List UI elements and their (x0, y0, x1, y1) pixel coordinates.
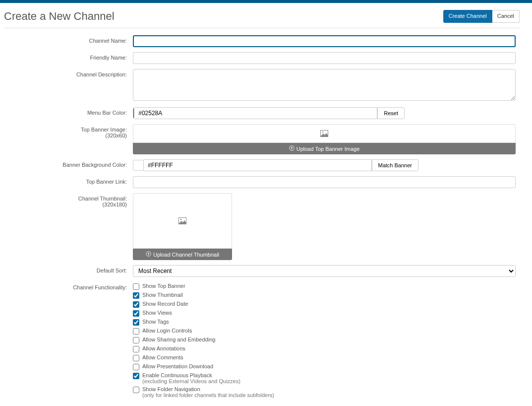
functionality-sublabel: (only for linked folder channels that in… (142, 392, 274, 398)
functionality-label: Show Tags (142, 319, 169, 325)
functionality-checkbox[interactable] (133, 373, 139, 379)
upload-channel-thumbnail-button[interactable]: Upload Channel Thumbnail (133, 249, 232, 260)
top-banner-image-label-main: Top Banner Image: (81, 127, 127, 133)
image-placeholder-icon (320, 130, 328, 137)
top-banner-link-label: Top Banner Link: (4, 176, 133, 185)
functionality-checkbox[interactable] (133, 310, 139, 317)
friendly-name-label: Friendly Name: (4, 52, 133, 61)
image-placeholder-icon (178, 217, 186, 224)
functionality-sublabel: (excluding External Videos and Quizzes) (142, 378, 240, 384)
functionality-label: Allow Comments (142, 354, 183, 360)
channel-thumbnail-label-main: Channel Thumbnail: (78, 196, 127, 202)
channel-thumbnail-preview (133, 193, 232, 249)
menu-bar-color-reset-button[interactable]: Reset (377, 107, 405, 119)
functionality-checkbox-row[interactable]: Allow Presentation Download (133, 363, 516, 370)
functionality-label: Allow Login Controls (142, 328, 192, 334)
svg-point-1 (322, 132, 324, 133)
upload-top-banner-label: Upload Top Banner Image (296, 146, 360, 152)
upload-top-banner-button[interactable]: Upload Top Banner Image (133, 143, 516, 154)
banner-bg-color-input[interactable] (144, 159, 372, 171)
functionality-label: Allow Annotations (142, 345, 185, 351)
functionality-checkbox-row[interactable]: Show Tags (133, 319, 516, 326)
functionality-checkbox[interactable] (133, 355, 139, 361)
create-channel-button-top[interactable]: Create Channel (443, 10, 492, 22)
default-sort-label: Default Sort: (4, 265, 133, 273)
functionality-checkbox[interactable] (133, 346, 139, 352)
functionality-checkbox-row[interactable]: Allow Login Controls (133, 328, 516, 335)
functionality-checkbox-row[interactable]: Allow Annotations (133, 345, 516, 352)
functionality-checkbox-row[interactable]: Enable Continuous Playback(excluding Ext… (133, 372, 516, 384)
functionality-checkbox-row[interactable]: Show Thumbnail (133, 292, 516, 299)
functionality-checkbox-row[interactable]: Show Views (133, 310, 516, 317)
channel-name-label: Channel Name: (4, 35, 133, 44)
header-button-group: Create Channel Cancel (443, 10, 520, 22)
functionality-checkbox[interactable] (133, 337, 139, 343)
friendly-name-input[interactable] (133, 52, 516, 64)
channel-description-label: Channel Description: (4, 69, 133, 77)
functionality-checkbox-row[interactable]: Show Top Banner (133, 283, 516, 290)
banner-bg-color-swatch[interactable] (133, 160, 144, 171)
top-banner-image-label-sub: (320x60) (4, 133, 127, 138)
header-divider (4, 28, 520, 28)
functionality-label: Show Top Banner (142, 283, 185, 289)
functionality-label: Show Folder Navigation(only for linked f… (142, 386, 274, 398)
page-title: Create a New Channel (4, 10, 115, 23)
functionality-checkbox-row[interactable]: Show Record Date (133, 301, 516, 308)
top-banner-link-input[interactable] (133, 176, 516, 188)
upload-icon (146, 251, 151, 258)
menu-bar-color-input[interactable] (134, 107, 377, 119)
channel-thumbnail-label: Channel Thumbnail: (320x180) (4, 193, 133, 207)
top-banner-preview (133, 124, 516, 143)
upload-channel-thumbnail-label: Upload Channel Thumbnail (153, 252, 219, 258)
functionality-checkbox-row[interactable]: Allow Sharing and Embedding (133, 337, 516, 343)
default-sort-select[interactable]: Most Recent (133, 265, 516, 277)
functionality-list: Show Top BannerShow ThumbnailShow Record… (133, 282, 516, 398)
functionality-checkbox[interactable] (133, 301, 139, 308)
channel-name-input[interactable] (133, 35, 516, 47)
functionality-checkbox[interactable] (133, 292, 139, 299)
functionality-checkbox-row[interactable]: Show Folder Navigation(only for linked f… (133, 386, 516, 398)
cancel-button-top[interactable]: Cancel (492, 10, 520, 22)
functionality-checkbox-row[interactable]: Allow Comments (133, 354, 516, 361)
upload-icon (289, 145, 295, 152)
functionality-label: Show Views (142, 310, 172, 316)
functionality-checkbox[interactable] (133, 387, 139, 393)
functionality-checkbox[interactable] (133, 319, 139, 326)
top-banner-image-label: Top Banner Image: (320x60) (4, 124, 133, 138)
functionality-label: Show Thumbnail (142, 292, 183, 298)
match-banner-button[interactable]: Match Banner (372, 159, 418, 171)
functionality-label: Enable Continuous Playback(excluding Ext… (142, 372, 240, 384)
menu-bar-color-label: Menu Bar Color: (4, 107, 133, 116)
functionality-label: Allow Sharing and Embedding (142, 337, 215, 342)
svg-point-4 (180, 219, 182, 220)
banner-bg-color-label: Banner Background Color: (4, 159, 133, 168)
channel-description-input[interactable] (133, 69, 516, 101)
functionality-checkbox[interactable] (133, 283, 139, 290)
channel-thumbnail-label-sub: (320x180) (4, 202, 127, 207)
functionality-checkbox[interactable] (133, 328, 139, 335)
functionality-checkbox[interactable] (133, 364, 139, 370)
channel-functionality-label: Channel Functionality: (4, 282, 133, 290)
functionality-label: Show Record Date (142, 301, 188, 307)
functionality-label: Allow Presentation Download (142, 363, 213, 369)
